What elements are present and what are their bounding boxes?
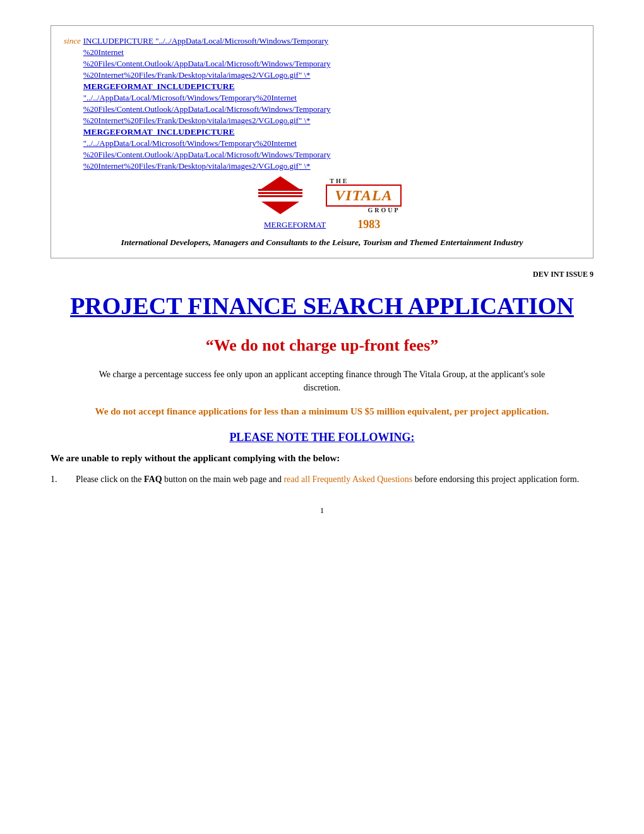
the-label: THE: [330, 178, 349, 184]
header-box: since INCLUDEPICTURE "../../AppData/Loca…: [51, 25, 593, 258]
since-label: since: [64, 36, 81, 46]
mergeformat-label-2: MERGEFORMAT_INCLUDEPICTURE: [83, 127, 580, 137]
logo-lines: [258, 189, 302, 197]
include-line-6: %20Files/Content.Outlook/AppData/Local/M…: [83, 104, 580, 114]
include-link-7: %20Internet%20Files/Frank/Desktop/vitala…: [83, 116, 311, 125]
please-note-heading: PLEASE NOTE THE FOLLOWING:: [51, 431, 593, 444]
faq-link[interactable]: read all Frequently Asked Questions: [283, 474, 412, 484]
logo-row: THE VITALA GROUP: [242, 176, 401, 214]
year-label: 1983: [357, 218, 380, 231]
include-line-1: INCLUDEPICTURE "../../AppData/Local/Micr…: [83, 36, 580, 46]
page-title: PROJECT FINANCE SEARCH APPLICATION: [51, 292, 593, 321]
include-link-9: %20Files/Content.Outlook/AppData/Local/M…: [83, 150, 331, 159]
line-3: [258, 195, 302, 197]
warning-text: We do not accept finance applications fo…: [88, 404, 556, 419]
faq-bold: FAQ: [144, 474, 162, 484]
include-line-7: %20Internet%20Files/Frank/Desktop/vitala…: [83, 116, 580, 126]
mergeformat-bottom: MERGEFORMAT: [264, 220, 326, 230]
bottom-triangle-icon: [261, 202, 299, 214]
line-2: [258, 192, 302, 194]
include-line-10: %20Internet%20Files/Frank/Desktop/vitala…: [83, 161, 580, 171]
group-label: GROUP: [368, 207, 400, 214]
include-line-4: %20Internet%20Files/Frank/Desktop/vitala…: [83, 70, 580, 80]
item-number-1: 1.: [51, 473, 76, 486]
item-text-1: Please click on the FAQ button on the ma…: [76, 473, 593, 486]
include-picture-text: INCLUDEPICTURE "../../AppData/Local/Micr…: [83, 36, 580, 172]
body-paragraph: We charge a percentage success fee only …: [88, 368, 556, 394]
logo-shape: [242, 176, 318, 214]
include-line-3: %20Files/Content.Outlook/AppData/Local/M…: [83, 59, 580, 69]
include-link-8: "../../AppData/Local/Microsoft/Windows/T…: [83, 138, 297, 148]
mergeformat-2: MERGEFORMAT_INCLUDEPICTURE: [83, 127, 580, 137]
include-line-2: %20Internet: [83, 47, 580, 57]
page-number: 1: [51, 505, 593, 516]
line-1: [258, 189, 302, 191]
issue-reference: DEV INT ISSUE 9: [51, 270, 593, 279]
sub-heading: We are unable to reply without the appli…: [51, 453, 593, 464]
top-triangle-icon: [261, 176, 299, 189]
include-link-1: INCLUDEPICTURE "../../AppData/Local/Micr…: [83, 36, 328, 45]
include-link-3: %20Files/Content.Outlook/AppData/Local/M…: [83, 59, 331, 68]
include-line-8: "../../AppData/Local/Microsoft/Windows/T…: [83, 138, 580, 148]
subtitle: “We do not charge up-front fees”: [51, 336, 593, 355]
include-line-9: %20Files/Content.Outlook/AppData/Local/M…: [83, 150, 580, 160]
include-link-5: "../../AppData/Local/Microsoft/Windows/T…: [83, 93, 297, 102]
vitala-name-box: VITALA: [326, 184, 401, 207]
include-link-10: %20Internet%20Files/Frank/Desktop/vitala…: [83, 161, 311, 171]
mergeformat-label-1: MERGEFORMAT_INCLUDEPICTURE: [83, 82, 580, 92]
since-line: since INCLUDEPICTURE "../../AppData/Loca…: [64, 36, 580, 172]
vitala-text-stack: THE VITALA GROUP: [326, 178, 401, 214]
tagline: International Developers, Managers and C…: [64, 238, 580, 248]
vitala-name: VITALA: [335, 187, 392, 203]
mergeformat-year-row: MERGEFORMAT 1983: [64, 218, 580, 231]
include-line-5: "../../AppData/Local/Microsoft/Windows/T…: [83, 93, 580, 103]
list-item: 1. Please click on the FAQ button on the…: [51, 473, 593, 486]
include-link-4: %20Internet%20Files/Frank/Desktop/vitala…: [83, 70, 311, 80]
include-link-6: %20Files/Content.Outlook/AppData/Local/M…: [83, 104, 331, 114]
include-link-2: %20Internet: [83, 47, 124, 57]
logo-area: THE VITALA GROUP: [64, 176, 580, 214]
mergeformat-1: MERGEFORMAT_INCLUDEPICTURE: [83, 82, 580, 92]
issue-label: DEV INT ISSUE 9: [533, 270, 593, 279]
